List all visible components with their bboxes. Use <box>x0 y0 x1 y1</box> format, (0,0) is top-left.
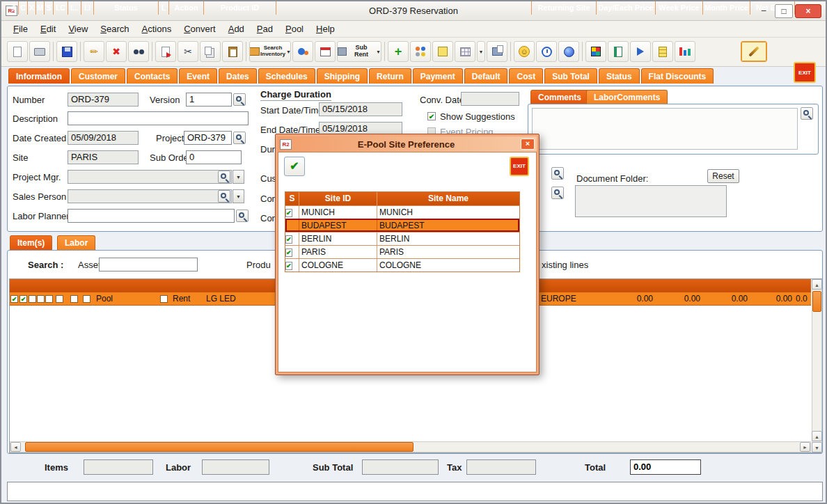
row-total-cell[interactable]: 0.0 <box>796 292 811 306</box>
tab-default[interactable]: Default <box>464 68 508 84</box>
site-name-cell[interactable]: BERLIN <box>377 233 519 245</box>
col-header-t[interactable]: T <box>10 1 19 15</box>
row-l-checkbox[interactable] <box>160 295 168 303</box>
minimize-button[interactable]: – <box>755 4 773 18</box>
find-button[interactable] <box>128 41 149 62</box>
disc-button[interactable] <box>558 41 579 62</box>
menu-edit[interactable]: Edit <box>34 24 62 34</box>
site-checkbox[interactable]: ✔ <box>285 262 292 270</box>
menu-view[interactable]: View <box>62 24 94 34</box>
export-button[interactable] <box>630 41 651 62</box>
row-s-checkbox[interactable] <box>45 295 53 303</box>
maximize-button[interactable]: □ <box>775 4 793 18</box>
comments-search-button[interactable] <box>801 107 813 120</box>
tab-shipping[interactable]: Shipping <box>317 68 368 84</box>
show-suggestions-checkbox[interactable]: ✔ <box>427 112 436 120</box>
col-header-week-price[interactable]: Week Price <box>656 1 703 15</box>
site-checkbox[interactable]: ✔ <box>285 209 292 217</box>
description-field[interactable] <box>68 111 249 125</box>
tab-sub-total[interactable]: Sub Total <box>544 68 597 84</box>
close-button[interactable]: × <box>795 4 821 18</box>
tab-contacts[interactable]: Contacts <box>127 68 178 84</box>
col-header-site-id[interactable]: Site ID <box>299 192 377 205</box>
site-row-munich[interactable]: ✔ MUNICH MUNICH <box>285 205 519 219</box>
site-name-cell[interactable]: PARIS <box>377 246 519 258</box>
row-m-checkbox[interactable] <box>37 295 45 303</box>
project-search-button[interactable] <box>233 132 246 144</box>
paste-button[interactable] <box>222 41 243 62</box>
col-header-x[interactable]: X <box>28 1 36 15</box>
project-field[interactable]: ORD-379 <box>184 131 232 145</box>
col-header-selected[interactable]: S <box>285 192 299 205</box>
comments-text-area[interactable] <box>532 108 798 150</box>
cut-button[interactable]: ✂ <box>178 41 198 62</box>
horizontal-scroll-thumb[interactable] <box>25 442 414 452</box>
row-ip-checkbox[interactable] <box>70 295 78 303</box>
site-name-cell[interactable]: COLOGNE <box>377 259 519 271</box>
highlight-wand-button[interactable] <box>741 41 767 62</box>
report-button[interactable] <box>487 41 507 62</box>
menu-convert[interactable]: Convert <box>178 24 222 34</box>
tab-dates[interactable]: Dates <box>219 68 257 84</box>
row-week-price-cell[interactable]: 0.00 <box>656 292 703 306</box>
edit-button[interactable]: ✏ <box>84 41 104 62</box>
dialog-exit-button[interactable]: EXIT <box>510 157 529 176</box>
menu-search[interactable]: Search <box>94 24 135 34</box>
sales-person-dropdown-button[interactable]: ▼ <box>233 189 244 203</box>
site-name-cell[interactable]: BUDAPEST <box>377 219 519 232</box>
row-returning-site-cell[interactable]: EUROPE <box>541 292 595 306</box>
col-header-product-id[interactable]: Product ID <box>204 1 276 15</box>
date-created-field[interactable]: 05/09/2018 <box>68 131 139 145</box>
site-checkbox[interactable]: ✔ <box>285 249 292 257</box>
tab-schedules[interactable]: Schedules <box>258 68 315 84</box>
col-header-ic[interactable]: I.C <box>54 1 68 15</box>
row-product-id-cell[interactable]: LG LED <box>206 292 276 306</box>
new-document-button[interactable] <box>7 41 28 62</box>
toolbar-exit-button[interactable]: EXIT <box>794 62 816 83</box>
site-id-cell[interactable]: MUNICH <box>299 206 377 219</box>
sales-person-field[interactable] <box>68 189 232 203</box>
site-field[interactable]: PARIS <box>68 150 139 164</box>
tab-information[interactable]: Information <box>8 68 70 84</box>
site-id-cell[interactable]: BERLIN <box>299 233 377 245</box>
tab-labor-comments[interactable]: LaborComments <box>586 90 668 104</box>
menu-help[interactable]: Help <box>310 24 341 34</box>
number-field[interactable]: ORD-379 <box>68 93 139 107</box>
site-checkbox[interactable]: ✔ <box>285 235 292 244</box>
dialog-close-button[interactable]: × <box>521 139 535 150</box>
col-header-s[interactable]: S <box>45 1 54 15</box>
project-mgr-field[interactable] <box>68 170 232 184</box>
site-row-berlin[interactable]: ✔ BERLIN BERLIN <box>285 232 519 245</box>
reset-button[interactable]: Reset <box>707 169 739 183</box>
menu-pool[interactable]: Pool <box>279 24 310 34</box>
menu-add[interactable]: Add <box>222 24 251 34</box>
col-header-ip[interactable]: I... <box>68 1 81 15</box>
row-net-each-cell[interactable]: 0.00 <box>750 292 795 306</box>
tab-comments[interactable]: Comments <box>530 90 589 104</box>
invoice-button[interactable] <box>652 41 673 62</box>
row-month-price-cell[interactable]: 0.00 <box>703 292 750 306</box>
col-header-m[interactable]: M <box>36 1 45 15</box>
chart-button[interactable] <box>675 41 695 62</box>
row-action-cell[interactable]: Rent <box>173 292 204 306</box>
scroll-down-button[interactable]: ▼ <box>812 442 822 452</box>
sub-orders-field[interactable]: 0 <box>186 150 242 164</box>
col-header-l[interactable]: L <box>159 1 169 15</box>
vertical-scroll-thumb[interactable] <box>812 291 821 312</box>
start-date-field[interactable]: 05/15/2018 <box>319 102 402 116</box>
site-name-cell[interactable]: MUNICH <box>377 206 519 219</box>
row-ii-checkbox[interactable] <box>83 295 90 303</box>
copy-button[interactable] <box>200 41 221 62</box>
scroll-right-button[interactable]: ► <box>800 442 810 452</box>
delete-button[interactable]: ✖ <box>106 41 127 62</box>
labor-planner-search-button[interactable] <box>236 210 249 222</box>
menu-actions[interactable]: Actions <box>136 24 178 34</box>
dialog-title-bar[interactable]: R2 E-Pool Site Preference × <box>278 136 537 152</box>
site-row-paris[interactable]: ✔ PARIS PARIS <box>285 245 519 258</box>
labor-planner-field[interactable] <box>68 209 235 223</box>
site-row-cologne[interactable]: ✔ COLOGNE COLOGNE <box>285 258 519 271</box>
tab-cost[interactable]: Cost <box>509 68 543 84</box>
tab-customer[interactable]: Customer <box>71 68 125 84</box>
col-header-ii[interactable]: I.I <box>81 1 94 15</box>
tab-labor[interactable]: Labor <box>57 235 95 250</box>
